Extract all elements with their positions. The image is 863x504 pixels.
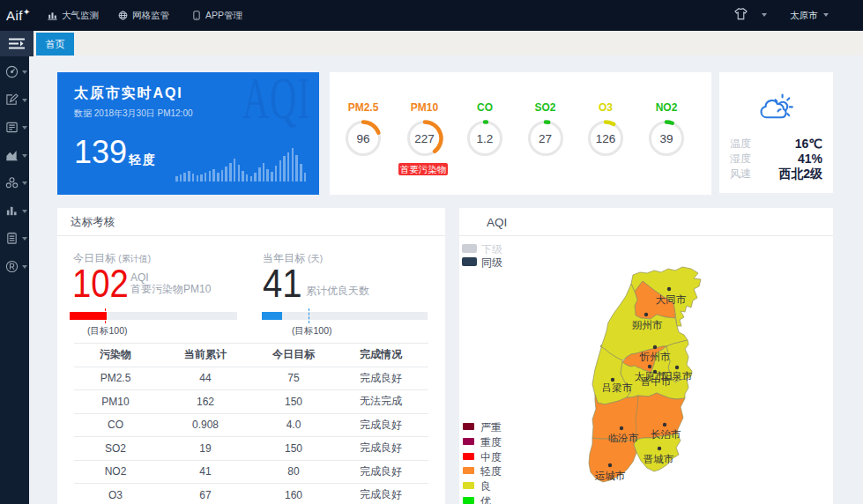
svg-text:长治市: 长治市 — [651, 429, 681, 440]
svg-text:运城市: 运城市 — [595, 471, 626, 481]
svg-text:大同市: 大同市 — [656, 294, 687, 305]
svg-text:临汾市: 临汾市 — [608, 433, 639, 443]
svg-text:晋城市: 晋城市 — [644, 454, 674, 464]
svg-text:忻州市: 忻州市 — [639, 352, 671, 362]
svg-text:朔州市: 朔州市 — [632, 320, 663, 330]
svg-text:吕梁市: 吕梁市 — [602, 382, 633, 393]
svg-text:晋中市: 晋中市 — [641, 376, 672, 387]
